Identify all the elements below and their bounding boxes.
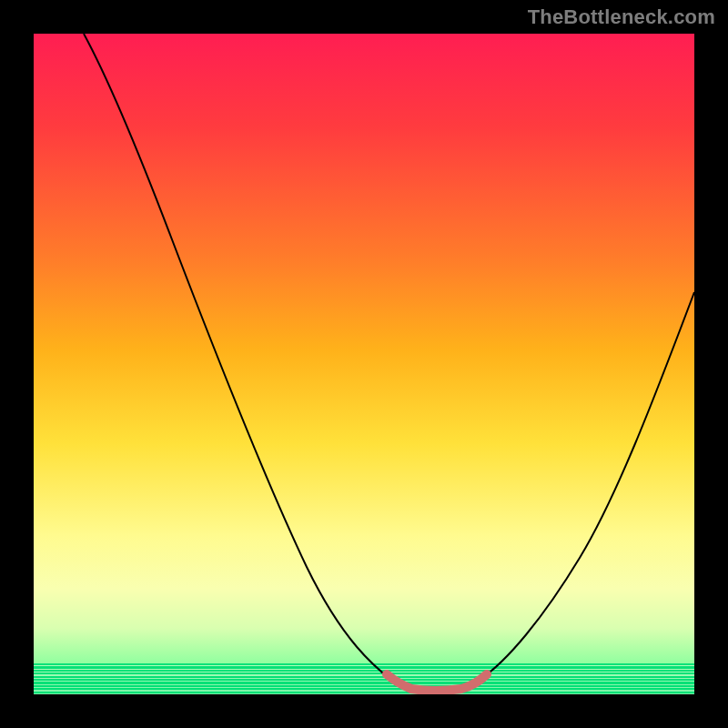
curve-layer [34,34,694,694]
bottom-flat-highlight [387,674,487,691]
left-curve [84,34,393,682]
watermark-text: TheBottleneck.com [528,5,715,29]
plot-area [34,34,694,694]
right-curve [480,292,694,680]
chart-canvas: TheBottleneck.com [0,0,728,728]
